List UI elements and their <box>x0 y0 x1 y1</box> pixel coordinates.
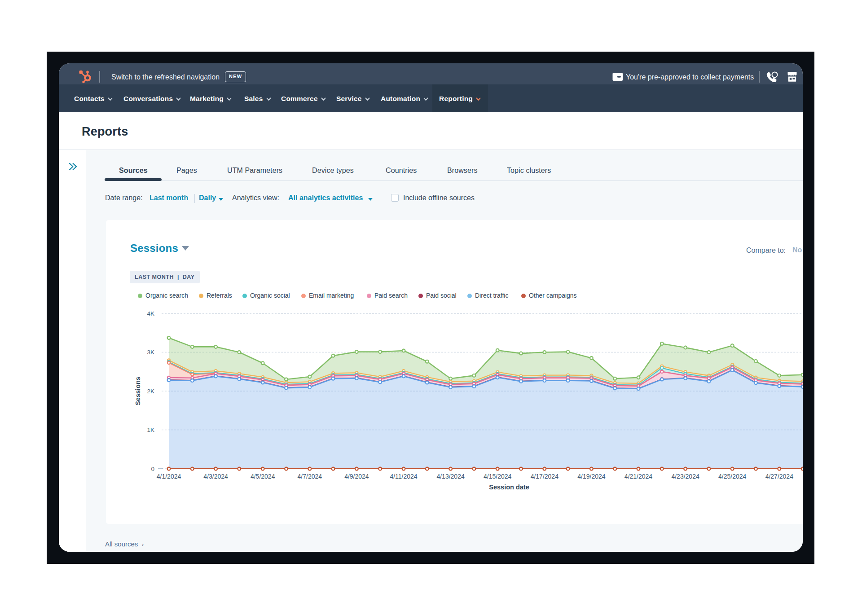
svg-text:3K: 3K <box>147 349 154 356</box>
svg-text:4K: 4K <box>147 310 154 317</box>
svg-text:4/23/2024: 4/23/2024 <box>671 473 699 480</box>
svg-text:4/7/2024: 4/7/2024 <box>298 473 322 480</box>
svg-text:4/19/2024: 4/19/2024 <box>577 473 605 480</box>
svg-text:2K: 2K <box>147 388 154 395</box>
svg-text:4/15/2024: 4/15/2024 <box>484 473 511 480</box>
svg-text:4/27/2024: 4/27/2024 <box>765 473 793 480</box>
svg-text:4/5/2024: 4/5/2024 <box>251 473 275 480</box>
svg-text:1K: 1K <box>147 427 154 433</box>
svg-text:4/9/2024: 4/9/2024 <box>344 473 369 480</box>
svg-text:4/17/2024: 4/17/2024 <box>531 473 559 480</box>
svg-text:0: 0 <box>151 466 154 472</box>
svg-text:4/1/2024: 4/1/2024 <box>157 473 181 480</box>
svg-text:4/3/2024: 4/3/2024 <box>203 473 228 480</box>
svg-text:Session date: Session date <box>489 484 529 491</box>
svg-text:4/25/2024: 4/25/2024 <box>718 473 746 480</box>
svg-text:Sessions: Sessions <box>134 377 141 405</box>
svg-text:4/13/2024: 4/13/2024 <box>436 473 464 480</box>
svg-text:4/11/2024: 4/11/2024 <box>390 473 417 480</box>
svg-text:4/21/2024: 4/21/2024 <box>625 473 652 480</box>
